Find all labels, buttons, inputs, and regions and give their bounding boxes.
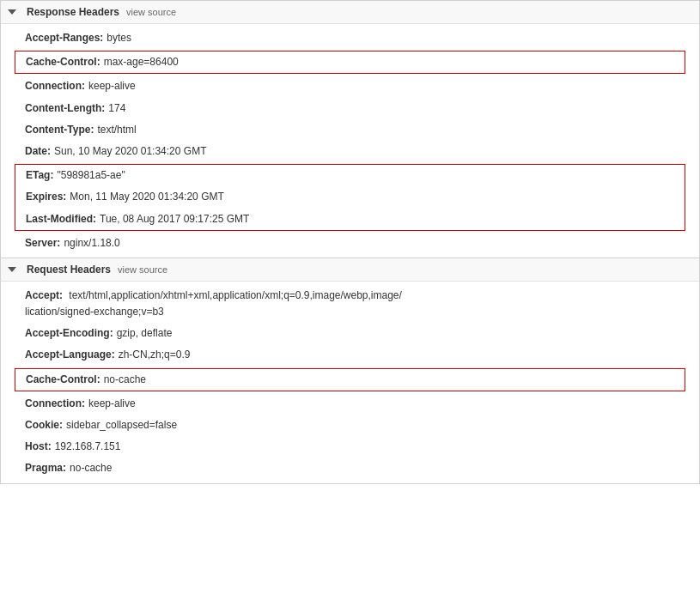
header-value: 192.168.7.151 <box>55 439 121 455</box>
table-row: Pragma: no-cache <box>1 458 699 479</box>
table-row: Connection: keep-alive <box>1 76 699 97</box>
request-headers-section-header: Request Headers view source <box>1 258 699 282</box>
table-row: Connection: keep-alive <box>1 393 699 415</box>
table-row: Accept-Encoding: gzip, deflate <box>1 323 699 344</box>
header-value: nginx/1.18.0 <box>64 235 119 252</box>
table-row: Server: nginx/1.18.0 <box>1 233 699 254</box>
table-row: Last-Modified: Tue, 08 Aug 2017 09:17:25… <box>15 209 685 230</box>
header-value: Tue, 08 Aug 2017 09:17:25 GMT <box>100 211 249 227</box>
header-name: ETag: <box>26 167 53 184</box>
table-row: Content-Type: text/html <box>1 119 699 141</box>
table-row: Cache-Control: max-age=86400 <box>15 52 685 73</box>
header-name: Accept-Language: <box>25 347 115 363</box>
table-row: Cache-Control: no-cache <box>15 369 685 391</box>
header-name: Cache-Control: <box>26 372 100 388</box>
highlighted-group-req-cache-control: Cache-Control: no-cache <box>15 368 685 391</box>
header-value: Mon, 11 May 2020 01:34:20 GMT <box>70 189 223 205</box>
highlighted-group-etag: ETag: "598981a5-ae" Expires: Mon, 11 May… <box>15 164 685 231</box>
header-value: keep-alive <box>88 396 136 412</box>
response-headers-list: Accept-Ranges: bytes Cache-Control: max-… <box>1 24 699 258</box>
request-headers-view-source[interactable]: view source <box>118 264 167 275</box>
header-name: Expires: <box>26 189 66 205</box>
table-row: Cookie: sidebar_collapsed=false <box>1 415 699 436</box>
table-row: Date: Sun, 10 May 2020 01:34:20 GMT <box>1 141 699 162</box>
header-value: Sun, 10 May 2020 01:34:20 GMT <box>54 143 206 160</box>
header-value: max-age=86400 <box>104 54 179 70</box>
header-name: Last-Modified: <box>26 211 96 227</box>
header-name: Cookie: <box>25 417 63 433</box>
header-value: zh-CN,zh;q=0.9 <box>119 347 191 363</box>
devtools-panel: Response Headers view source Accept-Rang… <box>0 0 700 484</box>
header-name: Content-Type: <box>25 122 94 138</box>
header-name: Pragma: <box>25 460 66 476</box>
header-name: Accept-Ranges: <box>25 30 103 46</box>
header-name: Connection: <box>25 78 85 94</box>
header-value: bytes <box>107 30 131 46</box>
header-name: Content-Length: <box>25 100 105 117</box>
response-headers-section-header: Response Headers view source <box>1 1 699 24</box>
table-row: ETag: "598981a5-ae" <box>15 165 685 186</box>
table-row: Accept: text/html,application/xhtml+xml,… <box>1 285 699 323</box>
header-value: no-cache <box>70 460 112 476</box>
table-row: Accept-Language: zh-CN,zh;q=0.9 <box>1 344 699 366</box>
table-row: Host: 192.168.7.151 <box>1 436 699 458</box>
request-headers-list: Accept: text/html,application/xhtml+xml,… <box>1 282 699 483</box>
request-headers-title: Request Headers <box>27 264 111 276</box>
header-name: Server: <box>25 235 60 252</box>
header-value: 174 <box>108 100 125 117</box>
header-value: text/html,application/xhtml+xml,applicat… <box>69 289 402 301</box>
header-value: text/html <box>97 122 136 138</box>
highlighted-group-cache-control: Cache-Control: max-age=86400 <box>15 51 685 74</box>
header-value-continued: lication/signed-exchange;v=b3 <box>25 306 164 318</box>
table-row: Content-Length: 174 <box>1 98 699 119</box>
header-name: Host: <box>25 439 52 455</box>
header-value: no-cache <box>104 372 146 388</box>
header-value: keep-alive <box>88 78 136 94</box>
response-headers-view-source[interactable]: view source <box>126 7 176 17</box>
header-name: Accept-Encoding: <box>25 325 113 342</box>
header-name: Connection: <box>25 396 85 412</box>
header-value: gzip, deflate <box>117 325 173 342</box>
table-row: Accept-Ranges: bytes <box>1 27 699 49</box>
request-headers-collapse-triangle[interactable] <box>8 267 16 272</box>
header-value: sidebar_collapsed=false <box>66 417 177 433</box>
response-headers-collapse-triangle[interactable] <box>8 9 16 15</box>
header-name: Date: <box>25 143 51 160</box>
response-headers-title: Response Headers <box>27 6 119 18</box>
header-value: "598981a5-ae" <box>57 167 125 184</box>
table-row: Expires: Mon, 11 May 2020 01:34:20 GMT <box>15 186 685 208</box>
header-name: Accept: <box>25 289 63 301</box>
header-name: Cache-Control: <box>26 54 100 70</box>
